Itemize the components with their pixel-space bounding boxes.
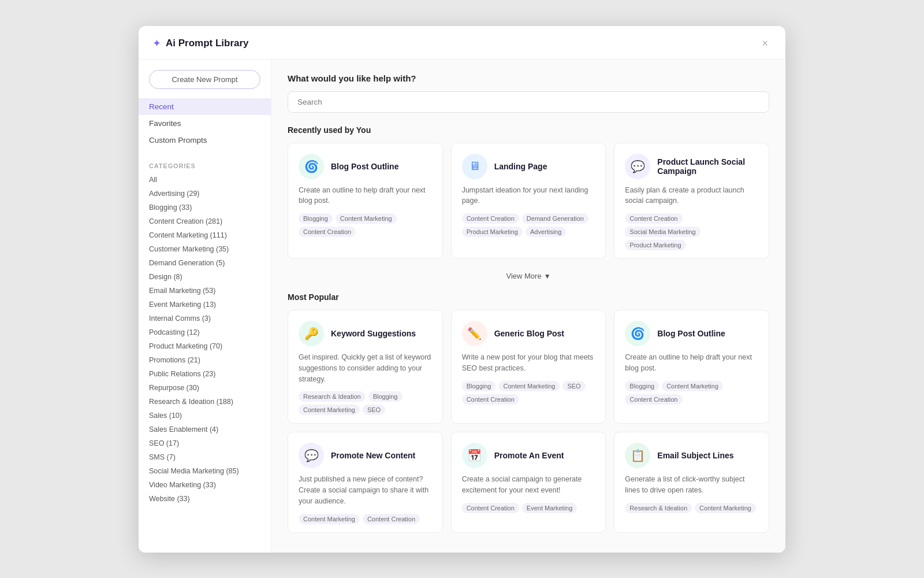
- tag: Content Marketing: [299, 514, 360, 524]
- card-header: 🌀Blog Post Outline: [299, 154, 432, 179]
- tag: Product Marketing: [625, 240, 685, 250]
- sidebar-category-item[interactable]: Demand Generation (5): [139, 256, 271, 270]
- sidebar-category-item[interactable]: Public Relations (23): [139, 367, 271, 381]
- prompt-card[interactable]: 🌀Blog Post OutlineCreate an outline to h…: [288, 143, 443, 260]
- sidebar-category-item[interactable]: Email Marketing (53): [139, 284, 271, 298]
- tag: Content Creation: [462, 394, 519, 405]
- prompt-card[interactable]: 📋Email Subject LinesGenerate a list of c…: [614, 432, 769, 532]
- sidebar-category-item[interactable]: Event Marketing (13): [139, 298, 271, 312]
- card-icon: 🌀: [299, 154, 324, 179]
- card-desc: Create an outline to help draft your nex…: [625, 352, 758, 374]
- prompt-card[interactable]: ✏️Generic Blog PostWrite a new post for …: [451, 310, 606, 424]
- prompt-card[interactable]: 💬Product Launch Social CampaignEasily pl…: [614, 143, 769, 260]
- card-title: Product Launch Social Campaign: [657, 157, 758, 176]
- tag: Research & Ideation: [625, 503, 692, 513]
- modal-body: Create New Prompt Recent Favorites Custo…: [139, 60, 785, 553]
- recently-used-label: Recently used by You: [288, 125, 769, 135]
- sidebar-item-custom-prompts[interactable]: Custom Prompts: [139, 132, 271, 149]
- tag: Advertising: [526, 227, 566, 237]
- card-title: Blog Post Outline: [657, 329, 725, 338]
- categories-label: CATEGORIES: [139, 154, 271, 173]
- close-button[interactable]: ×: [758, 36, 772, 51]
- sidebar-category-item[interactable]: Repurpose (30): [139, 381, 271, 395]
- sidebar-category-item[interactable]: SEO (17): [139, 436, 271, 450]
- sidebar-category-item[interactable]: Sales Enablement (4): [139, 423, 271, 436]
- sidebar-category-item[interactable]: Website (33): [139, 492, 271, 506]
- card-header: 📋Email Subject Lines: [625, 443, 758, 468]
- sidebar-category-item[interactable]: Sales (10): [139, 409, 271, 423]
- prompt-card[interactable]: 📅Promote An EventCreate a social campaig…: [451, 432, 606, 532]
- help-title: What would you like help with?: [288, 73, 769, 83]
- tag: Social Media Marketing: [625, 227, 700, 237]
- tag: Blogging: [368, 391, 403, 402]
- sidebar-category-item[interactable]: Customer Marketing (35): [139, 242, 271, 256]
- ai-icon: ✦: [152, 37, 161, 50]
- tag-list: BloggingContent MarketingContent Creatio…: [299, 213, 432, 237]
- sidebar-category-item[interactable]: All: [139, 173, 271, 187]
- sidebar-category-item[interactable]: Design (8): [139, 270, 271, 284]
- sidebar-category-item[interactable]: Blogging (33): [139, 201, 271, 214]
- card-desc: Jumpstart ideation for your next landing…: [462, 185, 595, 207]
- tag-list: BloggingContent MarketingSEOContent Crea…: [462, 381, 595, 405]
- sidebar-category-item[interactable]: Social Media Marketing (85): [139, 464, 271, 478]
- sidebar-category-item[interactable]: Content Creation (281): [139, 214, 271, 228]
- tag: Content Marketing: [662, 381, 723, 391]
- view-more-button[interactable]: View More ▼: [506, 272, 550, 280]
- tag: Research & Ideation: [299, 391, 366, 402]
- tag-list: Research & IdeationContent Marketing: [625, 503, 758, 513]
- card-title: Keyword Suggestions: [331, 329, 416, 338]
- recent-cards-grid: 🌀Blog Post OutlineCreate an outline to h…: [288, 143, 769, 260]
- card-icon: 💬: [299, 443, 324, 468]
- chevron-down-icon: ▼: [544, 272, 551, 280]
- sidebar-category-item[interactable]: Research & Ideation (188): [139, 395, 271, 409]
- sidebar-category-item[interactable]: Podcasting (12): [139, 325, 271, 339]
- sidebar-category-item[interactable]: Content Marketing (111): [139, 228, 271, 242]
- tag: Blogging: [462, 381, 496, 391]
- card-icon: 🖥: [462, 154, 487, 179]
- tag: Blogging: [625, 381, 659, 391]
- card-desc: Just published a new piece of content? C…: [299, 474, 432, 506]
- tag: Blogging: [299, 213, 333, 224]
- tag: Content Creation: [299, 227, 356, 237]
- modal: ✦ Ai Prompt Library × Create New Prompt …: [139, 26, 785, 553]
- sidebar-category-item[interactable]: Video Marketing (33): [139, 478, 271, 492]
- card-icon: ✏️: [462, 321, 487, 346]
- sidebar-category-item[interactable]: Internal Comms (3): [139, 312, 271, 325]
- card-title: Blog Post Outline: [331, 162, 398, 171]
- card-icon: 🔑: [299, 321, 324, 346]
- sidebar-category-item[interactable]: Product Marketing (70): [139, 339, 271, 353]
- categories-list: AllAdvertising (29)Blogging (33)Content …: [139, 173, 271, 506]
- create-new-prompt-button[interactable]: Create New Prompt: [149, 70, 260, 89]
- card-desc: Generate a list of click-worthy subject …: [625, 474, 758, 496]
- prompt-card[interactable]: 🖥Landing PageJumpstart ideation for your…: [451, 143, 606, 260]
- tag: Content Creation: [363, 514, 420, 524]
- tag: Content Marketing: [695, 503, 756, 513]
- sidebar-category-item[interactable]: Advertising (29): [139, 187, 271, 201]
- card-desc: Get inspired. Quickly get a list of keyw…: [299, 352, 432, 384]
- popular-cards-grid: 🔑Keyword SuggestionsGet inspired. Quickl…: [288, 310, 769, 533]
- card-icon: 📅: [462, 443, 487, 468]
- sidebar-category-item[interactable]: Promotions (21): [139, 353, 271, 367]
- sidebar-category-item[interactable]: SMS (7): [139, 450, 271, 464]
- card-header: 🌀Blog Post Outline: [625, 321, 758, 346]
- card-header: 💬Product Launch Social Campaign: [625, 154, 758, 179]
- tag-list: Content MarketingContent Creation: [299, 514, 432, 524]
- create-btn-wrap: Create New Prompt: [139, 70, 271, 98]
- prompt-card[interactable]: 🌀Blog Post OutlineCreate an outline to h…: [614, 310, 769, 424]
- most-popular-label: Most Popular: [288, 292, 769, 302]
- tag: Product Marketing: [462, 227, 523, 237]
- card-title: Promote An Event: [494, 451, 564, 460]
- sidebar-item-recent[interactable]: Recent: [139, 98, 271, 115]
- tag: Content Creation: [625, 394, 682, 405]
- prompt-card[interactable]: 🔑Keyword SuggestionsGet inspired. Quickl…: [288, 310, 443, 424]
- card-header: ✏️Generic Blog Post: [462, 321, 595, 346]
- tag-list: Content CreationSocial Media MarketingPr…: [625, 213, 758, 250]
- card-title: Promote New Content: [331, 451, 415, 460]
- card-desc: Create an outline to help draft your nex…: [299, 185, 432, 207]
- prompt-card[interactable]: 💬Promote New ContentJust published a new…: [288, 432, 443, 532]
- modal-title: Ai Prompt Library: [166, 38, 754, 49]
- sidebar-item-favorites[interactable]: Favorites: [139, 115, 271, 132]
- search-input[interactable]: [288, 91, 769, 113]
- card-title: Email Subject Lines: [657, 451, 733, 460]
- tag: Content Marketing: [336, 213, 397, 224]
